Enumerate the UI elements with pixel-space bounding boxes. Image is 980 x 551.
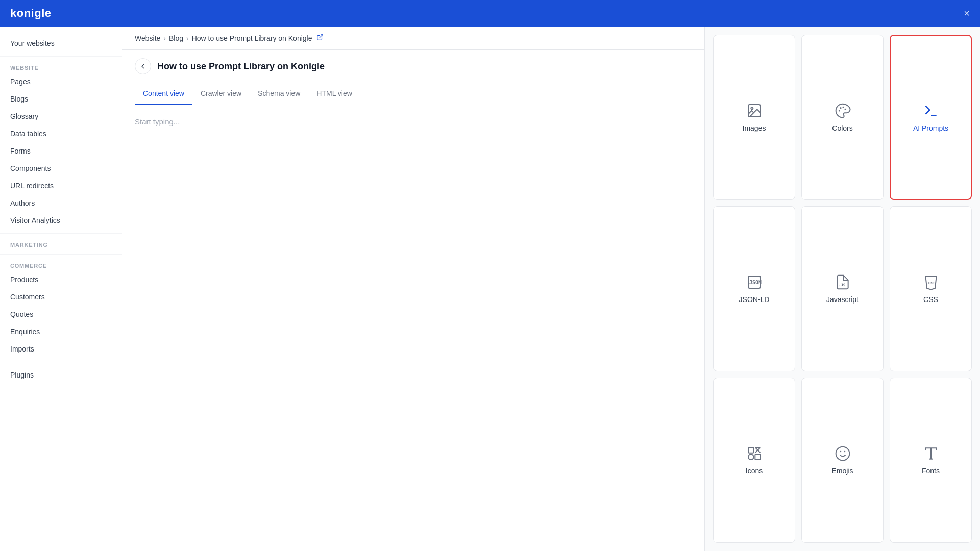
- icons-icon: [746, 445, 763, 462]
- sidebar-item-forms[interactable]: Forms: [0, 142, 122, 160]
- ai-prompts-label: AI Prompts: [913, 124, 948, 132]
- tabs-bar: Content view Crawler view Schema view HT…: [122, 83, 704, 105]
- sidebar-item-blogs[interactable]: Blogs: [0, 90, 122, 108]
- editor-area[interactable]: Start typing...: [122, 105, 704, 551]
- page-header: How to use Prompt Library on Konigle: [122, 50, 704, 83]
- editor-placeholder: Start typing...: [135, 117, 180, 126]
- svg-text:JSON: JSON: [749, 280, 762, 285]
- breadcrumb-website[interactable]: Website: [135, 34, 160, 42]
- sidebar-item-customers[interactable]: Customers: [0, 288, 122, 306]
- colors-label: Colors: [832, 124, 852, 132]
- sidebar-item-glossary[interactable]: Glossary: [0, 108, 122, 125]
- tool-card-colors[interactable]: Colors: [801, 35, 884, 200]
- sidebar-item-visitor-analytics[interactable]: Visitor Analytics: [0, 212, 122, 229]
- logo: konigle: [10, 7, 52, 20]
- breadcrumb-sep-2: ›: [186, 34, 189, 42]
- sidebar-item-products[interactable]: Products: [0, 271, 122, 288]
- sidebar-section-commerce: Commerce: [0, 259, 122, 271]
- icons-label: Icons: [746, 467, 763, 475]
- svg-point-6: [844, 109, 846, 110]
- tab-schema-view[interactable]: Schema view: [250, 83, 308, 105]
- sidebar-divider-4: [0, 362, 122, 362]
- page-title: How to use Prompt Library on Konigle: [157, 61, 325, 72]
- ai-prompts-icon: [923, 103, 939, 119]
- tool-card-fonts[interactable]: Fonts: [890, 378, 972, 543]
- breadcrumb-sep-1: ›: [163, 34, 166, 42]
- sidebar-section-marketing: Marketing: [0, 238, 122, 250]
- json-ld-label: JSON-LD: [739, 295, 770, 304]
- right-panel: Images Colors A: [704, 27, 980, 551]
- json-ld-icon: JSON: [746, 274, 763, 290]
- svg-point-19: [836, 447, 849, 461]
- sidebar-item-your-websites[interactable]: Your websites: [0, 35, 122, 52]
- sidebar-item-quotes[interactable]: Quotes: [0, 306, 122, 323]
- sidebar-item-pages[interactable]: Pages: [0, 73, 122, 90]
- tool-card-images[interactable]: Images: [713, 35, 795, 200]
- svg-text:CSS: CSS: [928, 281, 936, 285]
- main-layout: Your websites Website Pages Blogs Glossa…: [0, 27, 980, 551]
- tab-crawler-view[interactable]: Crawler view: [192, 83, 250, 105]
- sidebar-divider-1: [0, 56, 122, 57]
- breadcrumb-page: How to use Prompt Library on Konigle: [192, 34, 312, 42]
- colors-icon: [835, 103, 851, 119]
- emojis-label: Emojis: [831, 467, 853, 475]
- content-area: Website › Blog › How to use Prompt Libra…: [122, 27, 704, 551]
- tab-content-view[interactable]: Content view: [135, 83, 192, 105]
- sidebar-item-enquiries[interactable]: Enquiries: [0, 323, 122, 340]
- svg-point-3: [838, 110, 840, 111]
- sidebar-item-authors[interactable]: Authors: [0, 194, 122, 212]
- topbar: konigle ×: [0, 0, 980, 27]
- breadcrumb: Website › Blog › How to use Prompt Libra…: [122, 27, 704, 50]
- external-link-icon[interactable]: [316, 34, 324, 42]
- sidebar-section-website: Website: [0, 61, 122, 73]
- javascript-label: Javascript: [826, 295, 859, 304]
- svg-point-5: [842, 107, 844, 108]
- sidebar-item-imports[interactable]: Imports: [0, 340, 122, 358]
- svg-point-4: [840, 107, 841, 109]
- css-icon: CSS: [923, 274, 939, 290]
- svg-rect-18: [755, 454, 761, 460]
- fonts-icon: [923, 445, 939, 462]
- sidebar-divider-3: [0, 254, 122, 255]
- back-button[interactable]: [135, 58, 151, 74]
- sidebar-item-plugins[interactable]: Plugins: [0, 366, 122, 384]
- sidebar: Your websites Website Pages Blogs Glossa…: [0, 27, 122, 551]
- tool-card-javascript[interactable]: .JS Javascript: [801, 206, 884, 371]
- sidebar-item-url-redirects[interactable]: URL redirects: [0, 177, 122, 194]
- tool-card-icons[interactable]: Icons: [713, 378, 795, 543]
- tool-card-ai-prompts[interactable]: AI Prompts: [890, 35, 972, 200]
- emojis-icon: [835, 445, 851, 462]
- tool-card-json-ld[interactable]: JSON JSON-LD: [713, 206, 795, 371]
- svg-point-2: [751, 107, 753, 109]
- sidebar-item-data-tables[interactable]: Data tables: [0, 125, 122, 142]
- sidebar-item-components[interactable]: Components: [0, 160, 122, 177]
- svg-text:.JS: .JS: [839, 283, 845, 287]
- close-button[interactable]: ×: [964, 8, 970, 19]
- sidebar-divider-2: [0, 233, 122, 234]
- svg-rect-13: [748, 447, 754, 453]
- tool-card-css[interactable]: CSS CSS: [890, 206, 972, 371]
- images-label: Images: [743, 124, 766, 132]
- tool-card-emojis[interactable]: Emojis: [801, 378, 884, 543]
- images-icon: [746, 103, 763, 119]
- fonts-label: Fonts: [922, 467, 940, 475]
- css-label: CSS: [923, 295, 938, 304]
- breadcrumb-blog[interactable]: Blog: [169, 34, 183, 42]
- svg-point-17: [748, 454, 754, 460]
- svg-line-0: [319, 35, 322, 38]
- tab-html-view[interactable]: HTML view: [308, 83, 360, 105]
- javascript-icon: .JS: [835, 274, 851, 290]
